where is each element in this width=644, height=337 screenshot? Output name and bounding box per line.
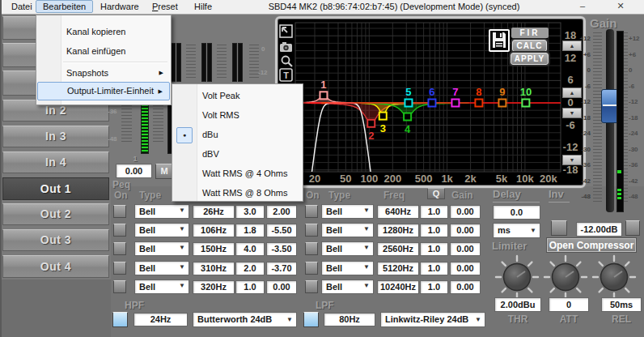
hpf-freq-field[interactable]: 24Hz <box>133 313 188 326</box>
peq-q-field-right-band-1[interactable]: 1.0 <box>420 205 448 219</box>
peq-q-field-left-band-4[interactable]: 2.0 <box>235 262 265 275</box>
zoom-icon[interactable] <box>280 54 294 68</box>
peq-freq-field-left-band-1[interactable]: 26Hz <box>193 205 235 219</box>
peq-on-button-right-band-1[interactable] <box>305 205 318 218</box>
peq-right-header-q-button[interactable]: Q <box>427 188 445 199</box>
peq-freq-field-left-band-4[interactable]: 310Hz <box>193 262 235 275</box>
submenu-item-dbu[interactable]: dBu <box>173 126 302 143</box>
peq-on-button-right-band-3[interactable] <box>305 242 318 255</box>
peq-on-button-right-band-2[interactable] <box>305 224 318 237</box>
peq-gain-field-left-band-1[interactable]: 2.00 <box>266 205 297 219</box>
peq-type-select-left-band-1[interactable]: Bell▼ <box>134 204 189 219</box>
delay-unit-select[interactable]: ms▼ <box>493 223 540 238</box>
threshold-knob[interactable] <box>494 254 540 300</box>
submenu-item-volt-peak[interactable]: Volt Peak <box>173 87 302 105</box>
peq-q-field-right-band-4[interactable]: 1.0 <box>420 262 448 275</box>
eq-band-marker-3[interactable] <box>379 113 387 120</box>
text-tool-icon[interactable]: T <box>279 68 293 82</box>
peq-on-button-right-band-4[interactable] <box>305 262 318 275</box>
menu-hilfe[interactable]: Hilfe <box>188 0 218 13</box>
camera-icon[interactable] <box>279 41 293 54</box>
peq-q-field-left-band-5[interactable]: 1.0 <box>235 280 265 294</box>
peq-q-field-left-band-2[interactable]: 1.8 <box>235 224 265 237</box>
peq-gain-field-left-band-3[interactable]: -3.50 <box>266 242 297 256</box>
peq-freq-field-right-band-2[interactable]: 1280Hz <box>377 224 419 237</box>
peq-freq-field-left-band-3[interactable]: 150Hz <box>193 242 235 256</box>
peq-type-select-right-band-5[interactable]: Bell▼ <box>321 279 374 294</box>
peq-type-select-left-band-5[interactable]: Bell▼ <box>134 279 189 294</box>
peq-on-button-left-band-2[interactable] <box>113 224 126 237</box>
menu-bearbeiten[interactable]: Bearbeiten <box>36 0 93 13</box>
peq-on-button-left-band-3[interactable] <box>113 242 126 255</box>
peq-type-select-left-band-4[interactable]: Bell▼ <box>134 261 189 275</box>
fir-button[interactable]: FIR <box>511 28 549 38</box>
peq-freq-field-left-band-5[interactable]: 320Hz <box>193 280 235 294</box>
channel-button-out3[interactable]: Out 3 <box>2 229 109 251</box>
peq-freq-field-right-band-1[interactable]: 640Hz <box>377 205 419 219</box>
hpf-enable-checkbox[interactable] <box>112 312 128 327</box>
menu-datei[interactable]: Datei <box>5 0 39 13</box>
peq-gain-field-left-band-2[interactable]: -5.50 <box>266 224 297 237</box>
peq-gain-field-right-band-1[interactable]: 0.00 <box>450 205 481 219</box>
peq-freq-field-left-band-2[interactable]: 106Hz <box>193 224 235 237</box>
open-compressor-button[interactable]: Open Compressor <box>547 238 636 252</box>
apply-button[interactable]: APPLY <box>511 53 549 65</box>
peq-type-select-right-band-3[interactable]: Bell▼ <box>321 241 374 256</box>
peq-q-field-right-band-2[interactable]: 1.0 <box>420 224 448 237</box>
channel-button-out4[interactable]: Out 4 <box>2 255 109 278</box>
peq-gain-field-right-band-2[interactable]: 0.00 <box>450 224 481 237</box>
release-knob[interactable] <box>591 254 637 300</box>
lpf-freq-field[interactable]: 80Hz <box>324 313 375 326</box>
close-button[interactable]: ✕ <box>608 0 633 13</box>
peq-type-select-left-band-3[interactable]: Bell▼ <box>134 241 189 256</box>
peq-freq-field-right-band-4[interactable]: 5120Hz <box>377 262 419 275</box>
eq-band-marker-7[interactable] <box>451 100 459 107</box>
eq-band-marker-2[interactable] <box>367 120 375 127</box>
peq-freq-field-right-band-3[interactable]: 2560Hz <box>377 242 419 256</box>
save-icon[interactable] <box>489 29 510 52</box>
peq-q-field-left-band-1[interactable]: 3.0 <box>235 205 265 219</box>
channel-button-in4[interactable]: In 4 <box>2 151 109 173</box>
peq-type-select-right-band-4[interactable]: Bell▼ <box>321 261 374 275</box>
peq-gain-field-right-band-5[interactable]: 0.00 <box>450 280 481 294</box>
submenu-item-volt-rms[interactable]: Volt RMS <box>173 106 302 124</box>
peq-gain-field-right-band-3[interactable]: 0.00 <box>450 242 481 256</box>
menu-hardware[interactable]: Hardware <box>94 0 146 13</box>
channel-button-in3[interactable]: In 3 <box>2 126 109 147</box>
lpf-enable-checkbox[interactable] <box>303 312 319 327</box>
eq-band-marker-10[interactable] <box>522 100 529 107</box>
eq-band-marker-1[interactable] <box>320 92 327 99</box>
gain-mute-toggle[interactable] <box>625 220 640 236</box>
peq-type-select-right-band-2[interactable]: Bell▼ <box>321 223 374 237</box>
peq-type-select-left-band-2[interactable]: Bell▼ <box>134 223 189 237</box>
peq-freq-field-right-band-5[interactable]: 10240Hz <box>377 280 419 294</box>
eq-band-marker-8[interactable] <box>475 100 482 107</box>
menu-item-kanal-kopieren[interactable]: Kanal kopieren <box>37 22 170 41</box>
release-field[interactable]: 50ms <box>601 297 642 312</box>
peq-gain-field-right-band-4[interactable]: 0.00 <box>450 262 481 275</box>
peq-gain-field-left-band-5[interactable]: 0.00 <box>266 280 297 294</box>
menu-item-kanal-einfuegen[interactable]: Kanal einfügen <box>37 41 170 61</box>
menu-item-output-limiter-einheit[interactable]: Output-Limiter-Einheit▶ <box>37 82 170 100</box>
menu-preset[interactable]: Preset <box>146 0 184 13</box>
peq-gain-field-left-band-4[interactable]: -3.70 <box>266 262 297 275</box>
minimize-button[interactable]: – <box>571 0 594 13</box>
mute-button[interactable]: M <box>155 164 173 179</box>
channel-button-out1[interactable]: Out 1 <box>2 177 109 200</box>
submenu-item-watt-rms-8-ohms[interactable]: Watt RMS @ 8 Ohms <box>173 184 302 202</box>
attack-knob[interactable] <box>543 254 588 300</box>
delay-value-field[interactable]: 0.0 <box>493 205 540 220</box>
eq-band-marker-5[interactable] <box>405 100 412 107</box>
peq-q-field-right-band-5[interactable]: 1.0 <box>420 280 448 294</box>
eq-band-marker-6[interactable] <box>428 100 435 107</box>
lpf-type-select[interactable]: Linkwitz-Riley 24dB▼ <box>380 312 485 327</box>
hpf-type-select[interactable]: Butterworth 24dB▼ <box>193 312 297 327</box>
invert-toggle[interactable] <box>551 220 567 236</box>
channel-button-out2[interactable]: Out 2 <box>2 203 109 225</box>
peq-type-select-right-band-1[interactable]: Bell▼ <box>321 204 374 219</box>
threshold-field[interactable]: 2.00dBu <box>494 297 541 312</box>
peq-on-button-left-band-1[interactable] <box>113 205 126 218</box>
peq-on-button-left-band-5[interactable] <box>113 280 126 293</box>
peq-on-button-left-band-4[interactable] <box>113 262 126 275</box>
calc-button[interactable]: CALC <box>512 40 547 52</box>
